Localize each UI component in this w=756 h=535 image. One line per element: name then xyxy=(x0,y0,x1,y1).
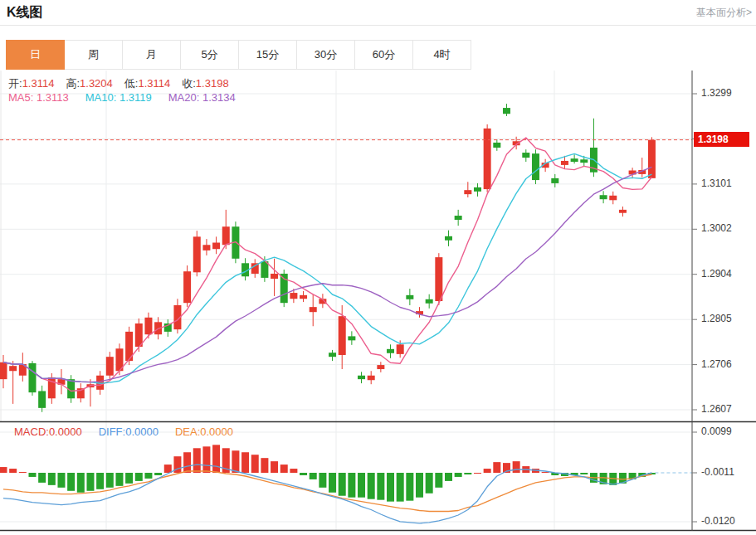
page-header: K线图 基本面分析> xyxy=(0,0,756,26)
kline-chart[interactable] xyxy=(0,71,756,535)
tab-day[interactable]: 日 xyxy=(6,40,65,70)
candlestick-layer xyxy=(0,104,656,412)
tab-60min[interactable]: 60分 xyxy=(354,40,413,70)
current-price-tag: 1.3198 xyxy=(694,132,749,147)
tab-4hour[interactable]: 4时 xyxy=(412,40,471,70)
grid-layer xyxy=(0,71,692,530)
tab-30min[interactable]: 30分 xyxy=(296,40,355,70)
page-title: K线图 xyxy=(7,4,43,22)
tab-week[interactable]: 周 xyxy=(64,40,123,70)
kline-page: K线图 基本面分析> 日周月5分15分30分60分4时 开:1.3114 高:1… xyxy=(0,0,756,535)
tab-5min[interactable]: 5分 xyxy=(180,40,239,70)
timeframe-tabs: 日周月5分15分30分60分4时 xyxy=(6,40,471,70)
fundamental-analysis-link[interactable]: 基本面分析> xyxy=(696,6,752,20)
tab-month[interactable]: 月 xyxy=(122,40,181,70)
tab-15min[interactable]: 15分 xyxy=(238,40,297,70)
